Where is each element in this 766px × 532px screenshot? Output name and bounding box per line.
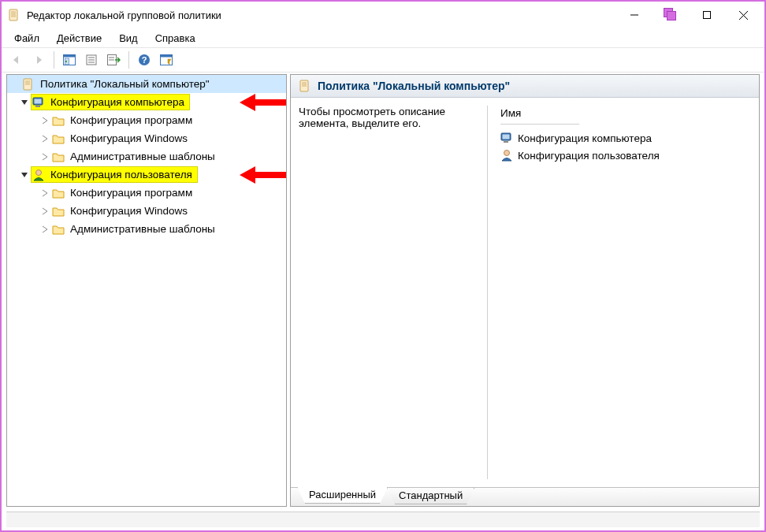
statusbar (6, 512, 760, 527)
scroll-icon (8, 9, 20, 21)
toolbar-separator (128, 51, 129, 69)
titlebar: Редактор локальной групповой политики (2, 2, 764, 28)
tree-node-label: Конфигурация компьютера (49, 95, 186, 109)
tab-label: Расширенный (309, 489, 376, 500)
tree-node-label: Конфигурация пользователя (49, 168, 194, 181)
scroll-icon (21, 78, 35, 91)
svg-rect-28 (35, 99, 42, 103)
tree-user-configuration[interactable]: Конфигурация пользователя (7, 166, 286, 184)
svg-point-40 (504, 151, 510, 156)
scroll-icon (299, 80, 311, 92)
help-button[interactable]: ? (134, 50, 154, 70)
content-header-title: Политика "Локальный компьютер" (318, 80, 510, 92)
folder-icon (51, 115, 65, 126)
user-icon (32, 169, 46, 181)
tree-windows-settings[interactable]: Конфигурация Windows (7, 202, 286, 220)
window-title: Редактор локальной групповой политики (27, 9, 221, 21)
folder-icon (51, 206, 65, 217)
chevron-right-icon[interactable] (39, 114, 51, 127)
svg-rect-38 (503, 135, 510, 140)
svg-rect-29 (35, 106, 40, 107)
chevron-down-icon[interactable] (18, 169, 31, 181)
menu-help[interactable]: Справка (147, 31, 203, 46)
tree-node-label: Конфигурация программ (69, 186, 194, 199)
tree-node-label: Конфигурация Windows (69, 132, 189, 145)
folder-icon (51, 188, 65, 199)
tabs-strip: Расширенный Стандартный (291, 487, 759, 506)
description-text: Чтобы просмотреть описание элемента, выд… (299, 106, 445, 129)
tree-software-settings[interactable]: Конфигурация программ (7, 111, 286, 129)
svg-text:?: ? (142, 55, 147, 65)
chevron-right-icon[interactable] (39, 187, 51, 199)
minimize-button[interactable] (616, 3, 653, 27)
tree-node-label: Административные шаблоны (69, 222, 217, 236)
menu-file[interactable]: Файл (6, 31, 47, 46)
tree-node-label: Конфигурация программ (69, 113, 194, 127)
tab-extended[interactable]: Расширенный (297, 487, 388, 504)
list-item[interactable]: Конфигурация компьютера (500, 129, 751, 147)
chevron-right-icon[interactable] (39, 132, 51, 145)
tree-node-label: Административные шаблоны (69, 150, 217, 163)
chevron-down-icon[interactable] (18, 96, 31, 109)
menu-view[interactable]: Вид (111, 31, 146, 46)
forward-button (28, 50, 49, 70)
filter-options-button[interactable] (156, 50, 177, 70)
computer-icon (500, 132, 513, 144)
menubar: Файл Действие Вид Справка (2, 28, 764, 47)
menu-action[interactable]: Действие (49, 31, 110, 46)
overlap-restore-icon (653, 3, 687, 27)
svg-point-30 (36, 169, 42, 175)
show-hide-tree-button[interactable] (59, 50, 80, 70)
tree: Политика "Локальный компьютер" Конфигура… (7, 75, 286, 238)
list-item-label: Конфигурация компьютера (518, 132, 652, 144)
export-button[interactable] (103, 50, 124, 70)
list-item[interactable]: Конфигурация пользователя (500, 147, 751, 164)
list-column: Имя Конфигурация компьютера Конфигурация… (500, 106, 751, 479)
tree-software-settings[interactable]: Конфигурация программ (7, 184, 286, 202)
toolbar: ? (2, 47, 764, 73)
tree-root[interactable]: Политика "Локальный компьютер" (7, 75, 286, 93)
chevron-right-icon[interactable] (39, 151, 51, 163)
maximize-button[interactable] (689, 3, 725, 27)
close-button[interactable] (725, 3, 761, 27)
user-icon (500, 149, 513, 162)
tree-root-label: Политика "Локальный компьютер" (39, 77, 211, 91)
column-header-name[interactable]: Имя (500, 106, 579, 125)
chevron-right-icon[interactable] (39, 223, 51, 236)
tree-computer-configuration[interactable]: Конфигурация компьютера (7, 93, 286, 111)
folder-icon (51, 133, 65, 144)
tree-windows-settings[interactable]: Конфигурация Windows (7, 129, 286, 147)
svg-rect-39 (504, 141, 508, 143)
folder-icon (51, 224, 65, 235)
folder-icon (51, 151, 65, 162)
app-window: Редактор локальной групповой политики Фа… (0, 0, 766, 532)
toolbar-separator (54, 51, 54, 69)
content-header: Политика "Локальный компьютер" (291, 75, 759, 98)
tree-admin-templates[interactable]: Административные шаблоны (7, 147, 286, 166)
body: Политика "Локальный компьютер" Конфигура… (2, 73, 764, 512)
computer-icon (32, 96, 46, 109)
blank-expander-icon (9, 78, 21, 91)
back-button (6, 50, 27, 70)
tree-node-label: Конфигурация Windows (69, 204, 189, 218)
content-pane: Политика "Локальный компьютер" Чтобы про… (290, 74, 760, 507)
description-column: Чтобы просмотреть описание элемента, выд… (299, 106, 488, 479)
svg-rect-10 (64, 55, 76, 58)
tree-admin-templates[interactable]: Административные шаблоны (7, 220, 286, 238)
svg-rect-6 (704, 12, 711, 19)
svg-rect-22 (161, 55, 173, 58)
tree-pane: Политика "Локальный компьютер" Конфигура… (6, 74, 287, 507)
content-body: Чтобы просмотреть описание элемента, выд… (291, 98, 759, 487)
tab-standard[interactable]: Стандартный (387, 488, 474, 504)
chevron-right-icon[interactable] (39, 205, 51, 218)
tab-label: Стандартный (399, 489, 463, 501)
list-item-label: Конфигурация пользователя (518, 150, 660, 162)
properties-button[interactable] (81, 50, 102, 70)
